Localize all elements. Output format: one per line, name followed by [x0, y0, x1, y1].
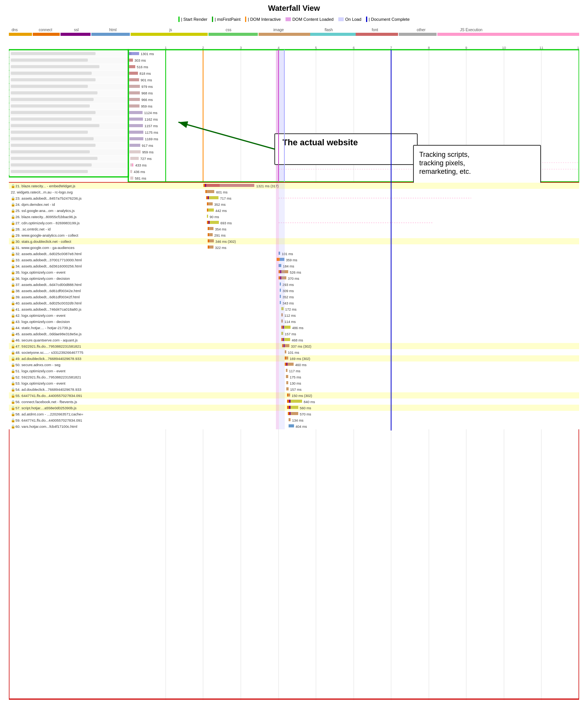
row-35-label: 526 ms: [290, 271, 301, 274]
row-50-dns: [285, 363, 286, 366]
top-bar-19: [130, 170, 132, 173]
row-31-label: 322 ms: [215, 246, 227, 250]
svg-rect-34: [11, 150, 90, 153]
row-21-name: 🔒21. blaze.ratecity... - embedWidget.js: [11, 184, 76, 188]
svg-rect-35: [11, 157, 97, 160]
legend-on-load: On Load: [338, 17, 361, 22]
row-58-label: 570 ms: [300, 412, 311, 416]
top-bar-13-label: 1175 ms: [145, 131, 158, 135]
top-bar-3-label: 516 ms: [137, 65, 148, 69]
row-50-ssl: [286, 363, 287, 366]
svg-rect-37: [11, 170, 88, 173]
row-28-bg: [9, 226, 579, 232]
row-23-ssl: [208, 196, 209, 199]
row-49-wait: [285, 356, 286, 360]
type-bar-connect: [33, 33, 60, 36]
legend-msfirstpaint: | msFirstPaint: [212, 17, 240, 22]
row-57-label: 560 ms: [300, 406, 311, 410]
row-53-recv: [286, 381, 288, 384]
row-44-label: 486 ms: [292, 326, 304, 330]
row-51-label: 117 ms: [289, 369, 301, 373]
row-58-ssl: [289, 412, 291, 415]
svg-rect-30: [11, 124, 99, 127]
type-bar-font: [356, 33, 398, 36]
row-46-label: 468 ms: [292, 338, 303, 342]
row-26-label: 90 ms: [210, 215, 219, 219]
row-23-label: 717 ms: [220, 197, 232, 200]
row-41-label: 172 ms: [285, 308, 297, 311]
row-26-name: 🔒26. blaze.ratecity...80955cf1bbac96.js: [11, 215, 77, 219]
row-57-name: 🔒57. script.hotjar....a558e0d025390b.js: [11, 406, 77, 410]
svg-rect-23: [11, 78, 96, 81]
row-49-label: 169 ms (302): [290, 357, 310, 361]
row-49-recv: [286, 356, 288, 360]
row-36-label: 370 ms: [288, 277, 299, 281]
row-27-bg: [9, 220, 579, 226]
top-bar-16-label: 959 ms: [142, 150, 154, 154]
row-59-name: 🔒59. 6447741.fls.do...4400557027834.091: [11, 418, 82, 423]
row-25-recv: [208, 208, 214, 212]
row-24-label: 352 ms: [214, 203, 226, 207]
row-42-name: 🔒42. logx.optimizely.com - event: [11, 313, 66, 318]
row-24-wait: [207, 202, 208, 205]
blurred-rows: [9, 51, 128, 175]
row-57-dns: [287, 406, 289, 409]
row-43-label: 114 ms: [284, 320, 296, 324]
top-bar-15-label: 917 ms: [142, 144, 153, 148]
top-bar-7: [128, 91, 140, 94]
svg-rect-22: [11, 72, 92, 75]
row-37-name: 🔒37. assets.adobedt...6d47cd00d888.html: [11, 282, 82, 287]
row-60-recv: [289, 424, 294, 427]
row-31-wait: [208, 245, 209, 249]
row-24-recv: [208, 202, 213, 205]
row-46-recv: [284, 338, 290, 341]
row-54-label: 157 ms: [290, 388, 302, 392]
row-50-name: 🔒50. secure.adnxs.com - seg: [11, 363, 60, 367]
row-40-name: 🔒40. assets.adobedt...6d025c0032d9.html: [11, 301, 82, 306]
row-56-dns: [287, 400, 289, 403]
legend-label-document-complete: | Document Complete: [369, 17, 410, 22]
svg-rect-20: [11, 59, 88, 62]
row-30-label: 346 ms (302): [215, 240, 236, 244]
type-bar-html: [91, 33, 130, 36]
top-bar-11-label: 1162 ms: [144, 118, 158, 121]
row-44-recv: [284, 326, 291, 329]
row-36-name: 🔒36. logx.optimizely.com - decision: [11, 276, 70, 281]
row-26-recv: [207, 215, 208, 218]
waterfall-chart: dns connect ssl html js css image flash …: [9, 26, 579, 712]
row-25-bg: [9, 207, 579, 214]
row-58-name: 🔒58. ad.atdmt.com - ...2202663571;cache=: [11, 412, 84, 417]
row-22-recv: [207, 190, 214, 193]
col-header-js: js: [169, 28, 172, 32]
row-27-dns: [207, 221, 208, 224]
col-header-connect: connect: [39, 28, 52, 32]
row-58-recv: [291, 412, 298, 415]
top-bar-18a: [130, 163, 132, 166]
row-32-bg: [9, 251, 579, 257]
top-bar-15: [129, 144, 140, 147]
top-bar-2-label: 303 ms: [134, 59, 146, 62]
row-25-wait: [207, 208, 208, 212]
bottom-onload-band: [279, 183, 285, 429]
top-bar-7-label: 968 ms: [141, 91, 153, 95]
col-header-dns: dns: [12, 28, 18, 32]
legend-label-on-load: On Load: [345, 17, 361, 22]
type-bar-image: [259, 33, 312, 36]
arrow-actual-website: [178, 122, 275, 149]
row-59-recv: [289, 418, 291, 421]
col-header-font: font: [372, 28, 378, 32]
row-37-bg: [9, 281, 579, 288]
row-28-recv: [209, 227, 213, 230]
row-45-label: 157 ms: [285, 332, 296, 336]
row-44-name: 🔒44. static.hotjar.... - hotjar-21739.js: [11, 326, 72, 330]
top-bar-18-label: 433 ms: [135, 163, 147, 167]
top-bar-8: [128, 98, 140, 101]
top-bar-9-label: 959 ms: [141, 104, 153, 108]
row-50-bg: [9, 362, 579, 368]
row-55-wait: [287, 393, 288, 397]
type-bar-ssl: [60, 33, 91, 36]
row-58-dns: [288, 412, 289, 415]
legend-document-complete: | Document Complete: [366, 17, 410, 22]
row-25-label: 442 ms: [215, 209, 227, 213]
row-25-name: 🔒25. ssl.google-ana...om - analytics.js: [11, 208, 75, 213]
